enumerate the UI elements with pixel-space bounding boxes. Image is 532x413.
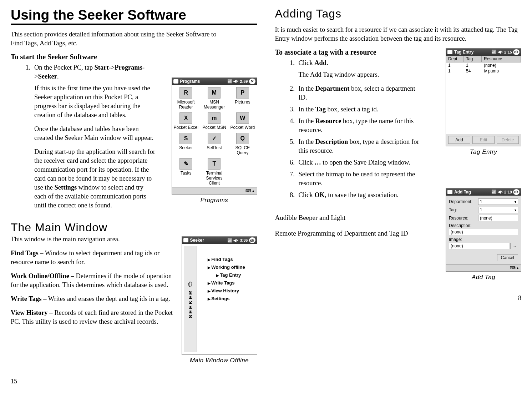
titlebar-text: Seeker: [190, 238, 204, 243]
step-text: .: [57, 73, 59, 80]
delete-button[interactable]: Delete: [497, 136, 519, 144]
signal-icon: 📶 ◀×: [491, 190, 502, 194]
department-select[interactable]: 1: [478, 198, 518, 205]
app-terminal-services[interactable]: TTerminal Services Client: [201, 158, 228, 186]
resource-input[interactable]: (none): [478, 215, 518, 221]
tag-select[interactable]: 1: [478, 207, 518, 213]
programs-figure: Programs 📶 ◀× 2:59 ✕ RMicrosoft Reader M…: [172, 77, 257, 204]
app-pocket-word[interactable]: WPocket Word: [229, 112, 256, 130]
edit-button[interactable]: Edit: [472, 136, 495, 144]
titlebar-text: Add Tag: [454, 190, 471, 195]
add-tag-window: Add Tag 📶 ◀× 2:19 ok Department:1 Tag:1 …: [446, 188, 521, 272]
table-row[interactable]: 1 1 (none): [446, 62, 521, 68]
para: Once the database and tables have been c…: [34, 125, 156, 142]
menu-tag-entry[interactable]: Tag Entry: [216, 272, 250, 278]
start-flag-icon[interactable]: [447, 190, 452, 194]
col-tag[interactable]: Tag: [464, 56, 482, 62]
department-label: Department:: [449, 199, 478, 204]
step-bold: Seeker: [38, 73, 57, 80]
step-body: If this is the first time the you have u…: [34, 84, 156, 210]
cell: 1: [464, 62, 482, 68]
app-label: Terminal Services Client: [201, 171, 228, 186]
app-label: Tasks: [181, 171, 192, 176]
ok-button[interactable]: ok: [513, 49, 520, 55]
menu-view-history[interactable]: View History: [208, 288, 250, 293]
tag-entry-header: Dept Tag Resource: [446, 56, 521, 62]
app-label: Pocket Word: [230, 125, 255, 130]
close-icon[interactable]: ✕: [249, 79, 255, 84]
adding-tags-intro: It is much easier to search for a resour…: [275, 25, 522, 43]
step-bold: Programs: [115, 64, 142, 71]
cell: 1: [446, 62, 464, 68]
app-sqlce-query[interactable]: QSQLCE Query: [229, 133, 256, 155]
ok-button[interactable]: ok: [513, 189, 520, 195]
seeker-body: ⦅⦆ SEEKER Find Tags Working offline Tag …: [182, 244, 257, 354]
image-label: Image:: [449, 237, 478, 242]
start-flag-icon[interactable]: [447, 50, 452, 54]
step: Select the bitmap to be used to represen…: [297, 170, 425, 188]
col-dept[interactable]: Dept: [446, 56, 464, 62]
app-tasks[interactable]: ✎Tasks: [173, 158, 199, 186]
step-text: ->: [109, 64, 115, 71]
clock-text: 3:36: [240, 238, 248, 242]
menu-settings[interactable]: Settings: [208, 296, 250, 301]
app-label: Pictures: [235, 100, 250, 105]
cancel-button[interactable]: Cancel: [497, 254, 518, 261]
step: In the Description box, type a descripti…: [297, 137, 425, 155]
signal-arc-icon: ⦅⦆: [188, 280, 192, 288]
programs-window: Programs 📶 ◀× 2:59 ✕ RMicrosoft Reader M…: [172, 77, 257, 195]
app-label: Seeker: [179, 145, 193, 150]
add-tag-figure: Add Tag 📶 ◀× 2:19 ok Department:1 Tag:1 …: [446, 188, 521, 281]
description-input[interactable]: (none): [449, 229, 518, 235]
app-icon: T: [208, 158, 221, 170]
menu-working-offline[interactable]: Working offline: [208, 265, 250, 270]
app-selftest[interactable]: ✓SelfTest: [201, 133, 228, 155]
app-seeker[interactable]: SSeeker: [173, 133, 199, 155]
table-row[interactable]: 1 54 iv pump: [446, 68, 521, 74]
app-msn-messenger[interactable]: MMSN Messenger: [201, 87, 228, 110]
app-icon: Q: [236, 133, 249, 144]
app-pictures[interactable]: PPictures: [229, 87, 256, 110]
step: Click Add. The Add Tag window appears.: [297, 59, 425, 79]
signal-icon: 📶 ◀×: [227, 238, 238, 243]
para: If this is the first time the you have u…: [34, 84, 156, 120]
add-tag-caption: Add Tag: [446, 274, 521, 281]
col-resource[interactable]: Resource: [482, 56, 521, 62]
ok-button[interactable]: ok: [249, 237, 255, 243]
step: Click OK, to save the tag association.: [297, 191, 425, 200]
app-icon: X: [179, 112, 192, 124]
tag-entry-body: Dept Tag Resource 1 1 (none) 1 54: [446, 56, 521, 146]
step-text: On the Pocket PC, tap: [34, 64, 95, 71]
step-after: The Add Tag window appears.: [299, 70, 425, 79]
cell: (none): [482, 62, 521, 68]
associate-steps: Click Add. The Add Tag window appears. I…: [275, 59, 425, 200]
left-column: Using the Seeker Software This section p…: [11, 7, 257, 385]
start-flag-icon[interactable]: [173, 79, 178, 84]
adding-tags-title: Adding Tags: [275, 7, 522, 20]
sip-bar[interactable]: ⌨ ▴: [172, 187, 257, 194]
resource-label: Resource:: [449, 216, 478, 221]
menu-find-tags[interactable]: Find Tags: [208, 257, 250, 262]
app-icon: M: [208, 87, 221, 99]
page-number-left: 15: [11, 378, 257, 385]
programs-titlebar: Programs 📶 ◀× 2:59 ✕: [172, 78, 257, 85]
clock-text: 2:19: [504, 190, 512, 194]
sip-bar[interactable]: ⌨ ▴: [446, 264, 521, 271]
tag-label: Tag:: [449, 207, 478, 212]
app-pocket-msn[interactable]: mPocket MSN: [201, 112, 228, 130]
image-input[interactable]: (none): [449, 243, 509, 249]
menu-write-tags[interactable]: Write Tags: [208, 280, 250, 286]
add-button[interactable]: Add: [448, 136, 470, 144]
app-microsoft-reader[interactable]: RMicrosoft Reader: [173, 87, 199, 110]
titlebar-text: Tag Entry: [454, 50, 473, 55]
add-tag-titlebar: Add Tag 📶 ◀× 2:19 ok: [446, 188, 521, 196]
tag-entry-rows: 1 1 (none) 1 54 iv pump: [446, 62, 521, 134]
work-online-label: Work Online/Offline: [11, 272, 69, 279]
start-flag-icon[interactable]: [183, 238, 188, 242]
browse-button[interactable]: ...: [510, 243, 518, 249]
chevron-down-icon: [515, 199, 516, 204]
intro-text: This section provides detailed informati…: [11, 30, 218, 48]
app-label: SQLCE Query: [229, 145, 256, 155]
app-pocket-excel[interactable]: XPocket Excel: [173, 112, 199, 130]
step: Click … to open the Save Dialog window.: [297, 158, 425, 167]
